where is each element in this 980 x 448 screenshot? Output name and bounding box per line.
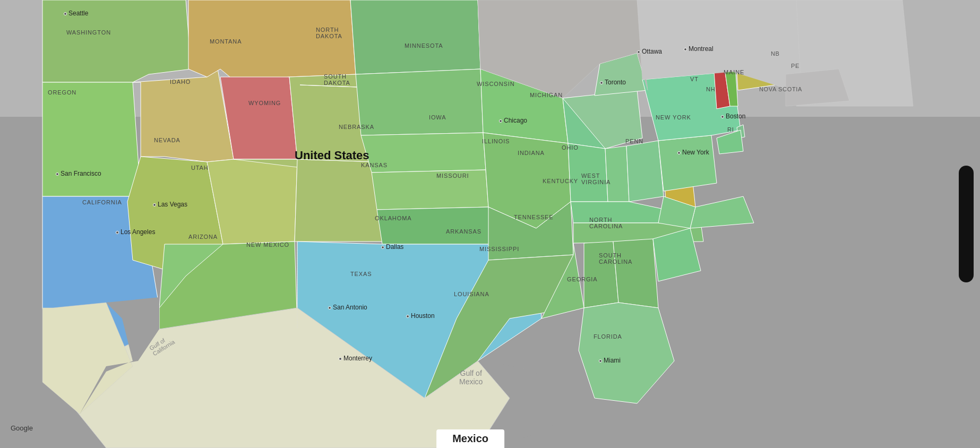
svg-marker-38 xyxy=(584,242,618,308)
svg-rect-3 xyxy=(0,212,42,448)
svg-marker-39 xyxy=(613,239,658,308)
label-gulf-mexico: Gulf ofMexico xyxy=(459,369,483,386)
svg-marker-20 xyxy=(372,170,488,210)
svg-marker-19 xyxy=(361,133,486,173)
svg-marker-44 xyxy=(658,135,717,191)
svg-marker-29 xyxy=(568,143,608,202)
svg-marker-7 xyxy=(133,69,234,162)
svg-marker-33 xyxy=(626,141,664,202)
usa-map-svg[interactable] xyxy=(0,0,980,448)
svg-marker-12 xyxy=(207,159,297,244)
scroll-indicator[interactable] xyxy=(959,166,974,282)
svg-marker-54 xyxy=(786,69,849,106)
google-attribution: Google xyxy=(11,424,33,432)
svg-marker-11 xyxy=(220,77,297,159)
svg-marker-4 xyxy=(42,0,191,82)
mexico-label: Mexico xyxy=(436,429,504,448)
svg-marker-17 xyxy=(350,0,480,74)
map-container[interactable]: Seattle WASHINGTON San Francisco CALIFOR… xyxy=(0,0,980,448)
svg-marker-14 xyxy=(295,159,382,242)
svg-marker-10 xyxy=(188,0,356,82)
svg-marker-5 xyxy=(42,82,141,196)
svg-marker-18 xyxy=(356,69,483,135)
svg-marker-32 xyxy=(605,146,629,202)
